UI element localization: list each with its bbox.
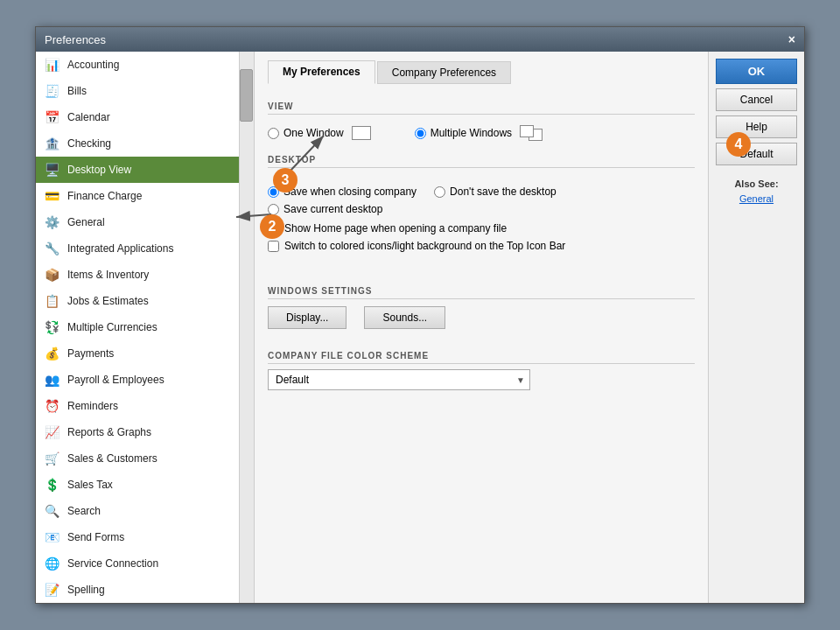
view-radio-group: One Window Multiple Windows — [268, 125, 695, 141]
dont-save-label: Don't save the desktop — [450, 186, 556, 198]
sidebar-icon-spelling: 📝 — [43, 581, 60, 598]
save-current-radio[interactable] — [268, 204, 279, 215]
sidebar-label-bills: Bills — [67, 85, 87, 97]
sidebar-label-payroll-employees: Payroll & Employees — [67, 374, 164, 386]
sidebar-icon-payroll-employees: 👥 — [43, 371, 60, 388]
sidebar-item-jobs-estimates[interactable]: 📋Jobs & Estimates — [36, 288, 239, 314]
sidebar-label-reminders: Reminders — [67, 400, 118, 412]
sidebar-icon-finance-charge: 💳 — [43, 187, 60, 205]
sidebar-item-payroll-employees[interactable]: 👥Payroll & Employees — [36, 367, 239, 393]
ok-button[interactable]: OK — [716, 59, 797, 84]
sidebar-label-send-forms: Send Forms — [67, 531, 124, 543]
sidebar-item-general[interactable]: ⚙️General — [36, 209, 239, 235]
save-current-group: Save current desktop — [268, 203, 695, 215]
one-window-option[interactable]: One Window — [268, 126, 371, 140]
sidebar-icon-search: 🔍 — [43, 502, 60, 520]
sidebar-item-search[interactable]: 🔍Search — [36, 498, 239, 524]
also-see-general-link[interactable]: General — [716, 193, 797, 204]
view-section-label: VIEW — [268, 102, 695, 115]
sidebar-item-calendar[interactable]: 📅Calendar — [36, 104, 239, 130]
color-scheme-dropdown-wrapper: DefaultBlueGrayOrangeGreen ▼ — [268, 369, 530, 390]
sidebar-label-search: Search — [67, 505, 101, 517]
dialog-title: Preferences — [45, 33, 106, 46]
sidebar-label-payments: Payments — [67, 347, 114, 360]
step-badge-4: 4 — [726, 132, 751, 157]
multiple-windows-label: Multiple Windows — [430, 127, 512, 139]
sidebar-label-spelling: Spelling — [67, 584, 105, 596]
save-closing-label: Save when closing company — [284, 186, 416, 198]
sidebar-item-reminders[interactable]: ⏰Reminders — [36, 393, 239, 419]
one-window-icon — [352, 126, 371, 140]
sidebar-icon-jobs-estimates: 📋 — [43, 292, 60, 310]
sidebar-icon-desktop-view: 🖥️ — [43, 161, 60, 178]
sidebar-item-integrated-applications[interactable]: 🔧Integrated Applications — [36, 235, 239, 262]
sidebar-icon-checking: 🏦 — [43, 135, 60, 152]
sidebar-label-service-connection: Service Connection — [67, 557, 158, 570]
windows-settings-buttons: Display... Sounds... — [268, 306, 695, 329]
display-button[interactable]: Display... — [268, 306, 346, 329]
sidebar-item-service-connection[interactable]: 🌐Service Connection — [36, 550, 239, 577]
cancel-button[interactable]: Cancel — [716, 88, 797, 111]
color-scheme-select[interactable]: DefaultBlueGrayOrangeGreen — [268, 369, 530, 390]
one-window-radio[interactable] — [268, 128, 279, 139]
sidebar-icon-general: ⚙️ — [43, 214, 60, 231]
tab-company-preferences[interactable]: Company Preferences — [377, 61, 511, 84]
sidebar-item-desktop-view[interactable]: 🖥️Desktop View — [36, 157, 239, 183]
title-bar: Preferences × — [36, 27, 804, 52]
step-badge-3: 3 — [273, 168, 298, 192]
multiple-windows-radio[interactable] — [415, 128, 426, 139]
dont-save-radio[interactable] — [434, 186, 445, 198]
sounds-button[interactable]: Sounds... — [364, 306, 445, 329]
sidebar-icon-payments: 💰 — [43, 345, 60, 362]
sidebar-icon-multiple-currencies: 💱 — [43, 318, 60, 336]
sidebar-label-finance-charge: Finance Charge — [67, 190, 142, 202]
help-button[interactable]: Help — [716, 116, 797, 138]
sidebar-label-desktop-view: Desktop View — [67, 164, 131, 176]
sidebar-label-general: General — [67, 216, 105, 228]
windows-settings-label: WINDOWS SETTINGS — [268, 286, 695, 299]
sidebar-item-sales-customers[interactable]: 🛒Sales & Customers — [36, 445, 239, 472]
sidebar-icon-reports-graphs: 📈 — [43, 424, 60, 441]
tab-my-preferences[interactable]: My Preferences — [268, 60, 375, 84]
sidebar-item-bills[interactable]: 🧾Bills — [36, 78, 239, 104]
desktop-section: Save when closing company Don't save the… — [268, 180, 695, 257]
sidebar-item-multiple-currencies[interactable]: 💱Multiple Currencies — [36, 314, 239, 340]
sidebar-icon-calendar: 📅 — [43, 108, 60, 126]
sidebar-item-accounting[interactable]: 📊Accounting — [36, 52, 239, 78]
sidebar-icon-sales-tax: 💲 — [43, 476, 60, 494]
sidebar-icon-reminders: ⏰ — [43, 397, 60, 415]
sidebar-item-reports-graphs[interactable]: 📈Reports & Graphs — [36, 419, 239, 445]
save-current-label: Save current desktop — [284, 203, 382, 215]
sidebar-icon-send-forms: 📧 — [43, 528, 60, 546]
sidebar-item-send-forms[interactable]: 📧Send Forms — [36, 524, 239, 550]
sidebar-icon-bills: 🧾 — [43, 82, 60, 100]
save-current-option[interactable]: Save current desktop — [268, 203, 382, 215]
desktop-radio-group: Save when closing company Don't save the… — [268, 186, 695, 198]
windows-settings-section: WINDOWS SETTINGS Display... Sounds... — [268, 277, 695, 329]
switch-icons-row: Switch to colored icons/light background… — [268, 240, 695, 252]
sidebar-list: 📊Accounting🧾Bills📅Calendar🏦Checking🖥️Des… — [36, 52, 239, 603]
sidebar-icon-service-connection: 🌐 — [43, 555, 60, 572]
sidebar-label-sales-tax: Sales Tax — [67, 479, 113, 491]
step-badge-2: 2 — [260, 214, 284, 239]
color-scheme-label: COMPANY FILE COLOR SCHEME — [268, 351, 695, 364]
desktop-section-label: DESKTOP — [268, 155, 695, 168]
sidebar-item-sales-tax[interactable]: 💲Sales Tax — [36, 472, 239, 498]
sidebar-item-checking[interactable]: 🏦Checking — [36, 130, 239, 157]
sidebar-label-reports-graphs: Reports & Graphs — [67, 426, 151, 438]
show-home-label: Show Home page when opening a company fi… — [284, 222, 507, 234]
sidebar-label-jobs-estimates: Jobs & Estimates — [67, 295, 149, 307]
sidebar-label-checking: Checking — [67, 137, 111, 150]
switch-icons-checkbox[interactable] — [268, 241, 279, 252]
dont-save-option[interactable]: Don't save the desktop — [434, 186, 556, 198]
sidebar-item-finance-charge[interactable]: 💳Finance Charge — [36, 183, 239, 209]
sidebar-item-spelling[interactable]: 📝Spelling — [36, 577, 239, 603]
close-button[interactable]: × — [788, 32, 795, 46]
sidebar: 📊Accounting🧾Bills📅Calendar🏦Checking🖥️Des… — [36, 52, 255, 603]
sidebar-item-items-inventory[interactable]: 📦Items & Inventory — [36, 262, 239, 288]
main-content: My Preferences Company Preferences VIEW … — [255, 52, 708, 603]
color-scheme-section: COMPANY FILE COLOR SCHEME DefaultBlueGra… — [268, 342, 695, 390]
switch-icons-label: Switch to colored icons/light background… — [284, 240, 565, 252]
multiple-windows-option[interactable]: Multiple Windows — [415, 125, 542, 141]
sidebar-item-payments[interactable]: 💰Payments — [36, 340, 239, 367]
